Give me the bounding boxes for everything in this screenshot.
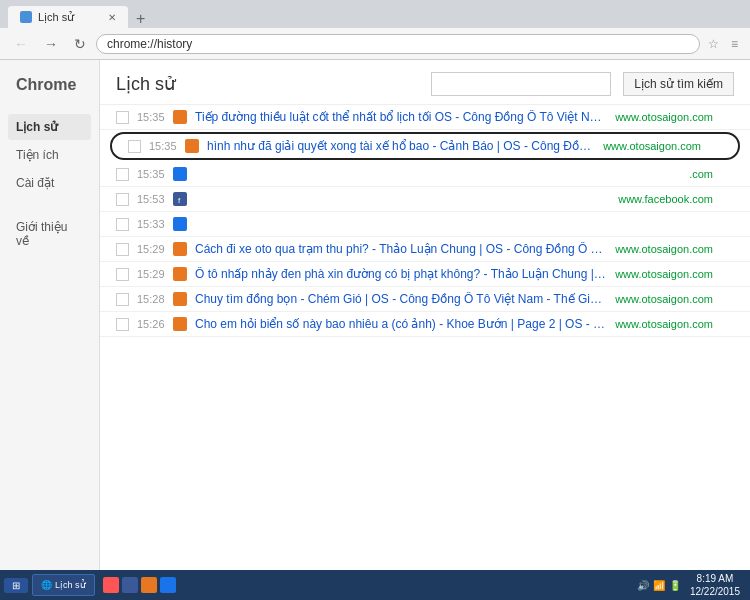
content-header: Lịch sử Lịch sử tìm kiếm bbox=[100, 60, 750, 105]
history-time: 15:53 bbox=[137, 193, 165, 205]
history-checkbox[interactable] bbox=[116, 268, 129, 281]
history-time: 15:26 bbox=[137, 318, 165, 330]
address-bar[interactable] bbox=[96, 34, 700, 54]
svg-point-0 bbox=[175, 112, 185, 122]
history-url: .com bbox=[689, 168, 713, 180]
history-url: www.otosaigon.com bbox=[615, 243, 713, 255]
taskbar-icon-1 bbox=[103, 577, 119, 593]
history-title[interactable]: Ô tô nhấp nhảy đen phà xin đường có bị p… bbox=[195, 267, 607, 281]
svg-point-5 bbox=[175, 219, 185, 229]
sidebar-brand: Chrome bbox=[8, 72, 91, 98]
remove-icon bbox=[721, 218, 734, 231]
history-remove-icon bbox=[721, 111, 734, 124]
history-checkbox[interactable] bbox=[116, 318, 129, 331]
remove-icon bbox=[721, 243, 734, 256]
history-time: 15:29 bbox=[137, 243, 165, 255]
settings-icon[interactable]: ≡ bbox=[727, 35, 742, 53]
history-url: www.otosaigon.com bbox=[615, 318, 713, 330]
sidebar-item-extensions[interactable]: Tiện ích bbox=[8, 142, 91, 168]
tab-title: Lịch sử bbox=[38, 11, 74, 24]
search-button[interactable]: Lịch sử tìm kiếm bbox=[623, 72, 734, 96]
tray-icon-2: 📶 bbox=[652, 579, 666, 592]
history-time: 15:35 bbox=[137, 168, 165, 180]
history-item[interactable]: 15:33 bbox=[100, 212, 750, 237]
taskbar-chrome-item[interactable]: 🌐Lịch sử bbox=[32, 574, 95, 596]
history-item-highlighted[interactable]: 15:35 hình như đã giải quyết xong tài xế… bbox=[110, 132, 740, 160]
start-button[interactable]: ⊞ bbox=[4, 578, 28, 593]
history-checkbox[interactable] bbox=[116, 293, 129, 306]
history-item[interactable]: 15:35 Tiếp đường thiều luật cốt thể nhất… bbox=[100, 105, 750, 130]
forward-button[interactable]: → bbox=[38, 34, 64, 54]
sidebar-item-about[interactable]: Giới thiệu về bbox=[8, 214, 91, 254]
svg-point-9 bbox=[175, 319, 185, 329]
history-url: www.otosaigon.com bbox=[615, 268, 713, 280]
history-item[interactable]: 15:35 .com bbox=[100, 162, 750, 187]
sidebar-item-history[interactable]: Lịch sử bbox=[8, 114, 91, 140]
tab-favicon bbox=[20, 11, 32, 23]
clock-display: 8:19 AM 12/22/2015 bbox=[684, 572, 746, 598]
highlighted-row-container: 15:35 hình như đã giải quyết xong tài xế… bbox=[100, 132, 750, 160]
history-item[interactable]: 15:26 Cho em hỏi biển số này bao nhiêu a… bbox=[100, 312, 750, 337]
tab-close-button[interactable]: ✕ bbox=[108, 12, 116, 23]
history-url: www.otosaigon.com bbox=[615, 293, 713, 305]
history-favicon bbox=[173, 217, 187, 231]
history-favicon bbox=[173, 110, 187, 124]
svg-point-1 bbox=[187, 141, 197, 151]
remove-icon bbox=[721, 293, 734, 306]
bookmark-icon[interactable]: ☆ bbox=[704, 35, 723, 53]
tray-icon-1: 🔊 bbox=[636, 579, 650, 592]
remove-icon bbox=[709, 140, 722, 153]
taskbar: ⊞ 🌐Lịch sử 🔊 📶 🔋 8:19 AM 12/22/2015 bbox=[0, 570, 750, 600]
history-time: 15:35 bbox=[137, 111, 165, 123]
sidebar-item-settings[interactable]: Cài đặt bbox=[8, 170, 91, 196]
remove-icon bbox=[721, 268, 734, 281]
history-favicon bbox=[173, 167, 187, 181]
history-checkbox[interactable] bbox=[116, 168, 129, 181]
history-item[interactable]: 15:28 Chuy tìm đồng bọn - Chém Gió | OS … bbox=[100, 287, 750, 312]
history-item[interactable]: 15:53 f www.facebook.com bbox=[100, 187, 750, 212]
svg-point-6 bbox=[175, 244, 185, 254]
sidebar: Chrome Lịch sử Tiện ích Cài đặt Giới thi… bbox=[0, 60, 100, 600]
history-favicon bbox=[173, 317, 187, 331]
new-tab-button[interactable]: + bbox=[128, 10, 153, 28]
history-favicon bbox=[185, 139, 199, 153]
history-url: www.otosaigon.com bbox=[603, 140, 701, 152]
remove-icon bbox=[721, 318, 734, 331]
svg-point-2 bbox=[175, 169, 185, 179]
history-item[interactable]: 15:29 Ô tô nhấp nhảy đen phà xin đường c… bbox=[100, 262, 750, 287]
history-checkbox[interactable] bbox=[116, 243, 129, 256]
history-time: 15:29 bbox=[137, 268, 165, 280]
history-time: 15:33 bbox=[137, 218, 165, 230]
search-input[interactable] bbox=[431, 72, 611, 96]
clock-date: 12/22/2015 bbox=[690, 585, 740, 598]
history-favicon bbox=[173, 267, 187, 281]
history-checkbox[interactable] bbox=[116, 218, 129, 231]
history-url: www.facebook.com bbox=[618, 193, 713, 205]
history-checkbox[interactable] bbox=[116, 111, 129, 124]
clock-time: 8:19 AM bbox=[690, 572, 740, 585]
history-checkbox[interactable] bbox=[116, 193, 129, 206]
history-checkbox[interactable] bbox=[128, 140, 141, 153]
remove-icon bbox=[721, 168, 734, 181]
history-content: Lịch sử Lịch sử tìm kiếm 15:35 Tiếp đườn… bbox=[100, 60, 750, 600]
history-item[interactable]: 15:29 Cách đi xe oto qua trạm thu phi? -… bbox=[100, 237, 750, 262]
system-tray: 🔊 📶 🔋 8:19 AM 12/22/2015 bbox=[636, 572, 746, 598]
history-favicon bbox=[173, 292, 187, 306]
history-title[interactable]: Cho em hỏi biển số này bao nhiêu a (có ả… bbox=[195, 317, 607, 331]
history-time: 15:28 bbox=[137, 293, 165, 305]
history-title[interactable]: Tiếp đường thiều luật cốt thể nhất bổ lị… bbox=[195, 110, 607, 124]
history-title[interactable]: Cách đi xe oto qua trạm thu phi? - Thảo … bbox=[195, 242, 607, 256]
svg-point-7 bbox=[175, 269, 185, 279]
page-title: Lịch sử bbox=[116, 73, 419, 95]
taskbar-icon-3 bbox=[141, 577, 157, 593]
back-button[interactable]: ← bbox=[8, 34, 34, 54]
browser-tab[interactable]: Lịch sử ✕ bbox=[8, 6, 128, 28]
taskbar-icon-4 bbox=[160, 577, 176, 593]
reload-button[interactable]: ↻ bbox=[68, 34, 92, 54]
taskbar-icon-2 bbox=[122, 577, 138, 593]
history-time: 15:35 bbox=[149, 140, 177, 152]
history-title[interactable]: Chuy tìm đồng bọn - Chém Gió | OS - Công… bbox=[195, 292, 607, 306]
history-url: www.otosaigon.com bbox=[615, 111, 713, 123]
history-title-highlighted[interactable]: hình như đã giải quyết xong tài xế hổ ba… bbox=[207, 139, 595, 153]
tray-icon-3: 🔋 bbox=[668, 579, 682, 592]
